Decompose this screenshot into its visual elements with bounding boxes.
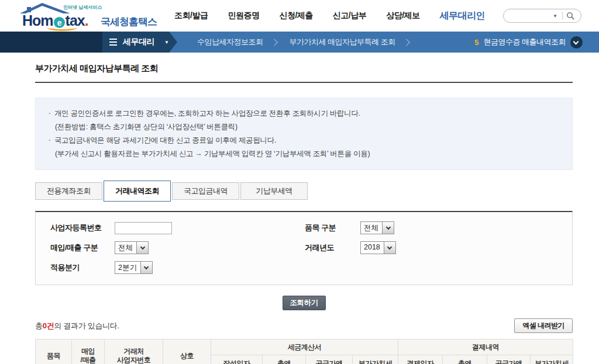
- search-form: 사업자등록번호 품목 구분 전체 매입/매출 구분 전체 거래년도: [35, 211, 573, 285]
- select-arrow-icon: [382, 222, 394, 234]
- biz-no-input[interactable]: [115, 222, 172, 234]
- search-dropdown-icon[interactable]: ▼: [550, 13, 560, 19]
- notice-line: 국고입금내역은 해당 과세기간에 대한 신고 종료일 이후에 제공됩니다.: [49, 134, 559, 147]
- notice-box: 개인 공인인증서로 로그인한 경우에는, 조회하고자 하는 사업장으로 전환후 …: [35, 98, 573, 170]
- menu-title: 세무대리: [123, 37, 161, 47]
- select-arrow-icon: [140, 262, 152, 273]
- menu-caret-icon: ▼: [164, 40, 169, 45]
- chevron-right-icon: [270, 39, 278, 46]
- trade-year-select[interactable]: 2018: [360, 241, 396, 254]
- col-group-payment: 결제내역: [398, 339, 573, 355]
- header-search-box[interactable]: ▼: [503, 9, 581, 23]
- breadcrumb-bar: 세무대리 ▼ 수임납세자정보조회 부가가치세 매입자납부특례 조회 5 현금영수…: [0, 32, 599, 53]
- page-title: 부가가치세 매입자납부특례 조회: [35, 63, 573, 83]
- quick-link-expand-button[interactable]: [570, 36, 583, 48]
- inout-type-select[interactable]: 전체: [115, 241, 149, 254]
- logo-orange-swoosh: [47, 24, 77, 31]
- col-header-pay-vat: 부가가치세: [531, 355, 573, 364]
- trade-year-label: 거래년도: [305, 240, 360, 255]
- logo-tagline: 인터넷 납세서비스: [63, 4, 102, 11]
- tab-bar: 전용계좌조회 거래내역조회 국고입금내역 기납부세액: [35, 181, 573, 202]
- col-header-company-name: 상호: [163, 339, 211, 364]
- results-table: 품목 매입/매출 거래처사업자번호 상호 세금계산서 결제내역 작성일자 총액 …: [35, 339, 573, 364]
- col-header-pay-total-amount: 총액: [443, 355, 487, 364]
- item-type-select[interactable]: 전체: [360, 221, 394, 234]
- search-divider: [562, 12, 563, 20]
- result-count-value: 0건: [43, 321, 54, 330]
- search-input[interactable]: [510, 12, 550, 19]
- select-arrow-icon: [136, 242, 148, 254]
- nav-item-civil-certificate[interactable]: 민원증명: [228, 11, 259, 21]
- breadcrumb: 수임납세자정보조회 부가가치세 매입자납부특례 조회: [192, 37, 417, 47]
- tab-transaction-history[interactable]: 거래내역조회: [104, 181, 171, 202]
- col-header-product: 품목: [36, 339, 72, 364]
- chevron-right-icon: [402, 39, 410, 46]
- quarter-label: 적용분기: [50, 260, 115, 275]
- col-header-partner-bizno: 거래처사업자번호: [105, 339, 163, 364]
- chevron-down-icon: [573, 39, 579, 44]
- col-group-tax-invoice: 세금계산서: [211, 339, 398, 355]
- tab-dedicated-account[interactable]: 전용계좌조회: [35, 182, 102, 200]
- quarter-select[interactable]: 2분기: [115, 261, 153, 274]
- top-header: 인터넷 납세서비스 Hometax. 국세청홈택스 조회/발급 민원증명 신청/…: [0, 0, 599, 32]
- quick-link-number: 5: [474, 38, 478, 47]
- col-header-inout: 매입/매출: [72, 339, 105, 364]
- notice-line: 개인 공인인증서로 로그인한 경우에는, 조회하고자 하는 사업장으로 전환후 …: [49, 107, 559, 120]
- biz-no-label: 사업자등록번호: [50, 220, 115, 235]
- result-count-text: 총0건의 결과가 있습니다.: [35, 321, 119, 331]
- search-icon[interactable]: [565, 11, 576, 21]
- tab-treasury-deposit[interactable]: 국고입금내역: [172, 182, 239, 200]
- nav-item-apply-submit[interactable]: 신청/제출: [279, 11, 312, 21]
- quick-link-label[interactable]: 현금영수증 매출내역조회: [483, 37, 566, 47]
- col-header-pay-supply-value: 공급가액: [487, 355, 531, 364]
- excel-download-button[interactable]: 엑셀 내려받기: [514, 318, 573, 333]
- breadcrumb-item-2[interactable]: 부가가치세 매입자납부특례 조회: [285, 37, 400, 47]
- col-header-payment-date: 결제일자: [398, 355, 443, 364]
- col-header-total-amount: 총액: [263, 355, 306, 364]
- select-arrow-icon: [384, 242, 395, 254]
- nav-item-consult-report[interactable]: 상담/제보: [386, 11, 419, 21]
- global-nav: 조회/발급 민원증명 신청/제출 신고/납부 상담/제보 세무대리인: [174, 10, 503, 22]
- item-type-label: 품목 구분: [305, 220, 360, 235]
- notice-subline: (전환방법: 홈택스 초기화면 상단의 ‘사업장선택’ 버튼클릭): [49, 120, 559, 134]
- col-header-vat: 부가가치세: [353, 355, 398, 364]
- search-submit-button[interactable]: 조회하기: [283, 296, 326, 310]
- breadcrumb-item-1[interactable]: 수임납세자정보조회: [192, 37, 268, 47]
- quick-link-banner: 5 현금영수증 매출내역조회: [474, 32, 583, 53]
- col-header-issue-date: 작성일자: [211, 355, 263, 364]
- logo-org-name: 국세청홈택스: [101, 15, 157, 29]
- hometax-logo-mark: 인터넷 납세서비스 Hometax.: [22, 3, 98, 29]
- nav-item-inquiry-issue[interactable]: 조회/발급: [174, 11, 208, 21]
- col-header-supply-value: 공급가액: [306, 355, 353, 364]
- notice-subline: (부가세 신고시 활용자료는 부가가치세 신고 → 기납부세액 입력칸 옆 ‘기…: [49, 147, 559, 161]
- nav-item-tax-agent[interactable]: 세무대리인: [440, 10, 486, 22]
- side-menu-toggle[interactable]: 세무대리 ▼: [102, 32, 177, 53]
- tab-prepaid-tax[interactable]: 기납부세액: [240, 182, 308, 200]
- nav-item-report-pay[interactable]: 신고/납부: [333, 11, 366, 21]
- gnb-left-strip: [0, 32, 104, 53]
- inout-type-label: 매입/매출 구분: [50, 240, 115, 255]
- logo-red-dot: .: [85, 12, 88, 29]
- hometax-logo[interactable]: 인터넷 납세서비스 Hometax. 국세청홈택스: [22, 3, 164, 29]
- main-content: 부가가치세 매입자납부특례 조회 개인 공인인증서로 로그인한 경우에는, 조회…: [35, 63, 573, 364]
- hamburger-icon: [109, 39, 117, 46]
